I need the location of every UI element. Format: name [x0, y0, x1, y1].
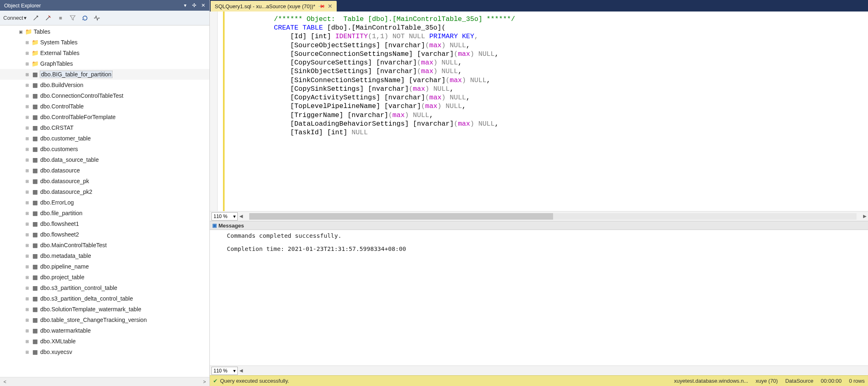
expander-icon[interactable]: ⊞ [25, 168, 30, 173]
tree-table-label[interactable]: dbo.s3_partition_control_table [40, 285, 117, 291]
expander-icon[interactable]: ⊞ [25, 222, 30, 226]
tree-folder-label[interactable]: External Tables [40, 50, 79, 56]
expander-icon[interactable]: ⊞ [25, 264, 30, 269]
msg-hscroll-left-icon[interactable]: ◀ [239, 368, 243, 373]
table-icon: ▦ [31, 114, 39, 120]
messages-output[interactable]: Commands completed successfully. Complet… [210, 230, 868, 365]
close-icon[interactable]: ✕ [199, 1, 208, 10]
object-explorer-tree[interactable]: ▣📁Tables⊞📁System Tables⊞📁External Tables… [0, 25, 209, 377]
object-explorer-title: Object Explorer [4, 2, 181, 9]
tab-close-icon[interactable]: ✕ [328, 3, 333, 9]
expander-icon[interactable]: ⊞ [25, 115, 30, 119]
expander-icon[interactable]: ⊞ [25, 200, 30, 205]
expander-icon[interactable]: ⊞ [25, 307, 30, 312]
document-tab[interactable]: SQLQuery1.sql - xu...aSource (xuye (70))… [211, 1, 337, 11]
table-icon: ▦ [31, 103, 39, 110]
tree-table-label[interactable]: dbo.flowsheet2 [40, 231, 79, 238]
expander-icon[interactable]: ⊞ [25, 329, 30, 333]
expander-icon[interactable]: ⊞ [25, 158, 30, 162]
expander-icon[interactable]: ⊞ [25, 211, 30, 216]
expander-icon[interactable]: ⊞ [25, 40, 30, 45]
sql-editor[interactable]: /****** Object: Table [dbo].[MainControl… [210, 11, 868, 211]
pin-icon[interactable]: ✣ [190, 1, 199, 10]
tree-table-label[interactable]: dbo.customer_table [40, 135, 91, 142]
tree-table-label[interactable]: dbo.MainControlTableTest [40, 242, 107, 248]
tree-table-label[interactable]: dbo.flowsheet1 [40, 221, 79, 227]
expander-icon[interactable]: ▣ [19, 30, 24, 34]
expander-icon[interactable]: ⊞ [25, 232, 30, 237]
expander-icon[interactable]: ⊞ [25, 243, 30, 248]
filter-icon[interactable] [68, 13, 78, 23]
expander-icon[interactable]: ⊞ [25, 136, 30, 141]
tree-table-label[interactable]: dbo.file_partition [40, 210, 83, 216]
tab-pin-icon[interactable]: 📌 [317, 2, 325, 10]
expander-icon[interactable]: ⊞ [25, 62, 30, 66]
tree-table-label[interactable]: dbo.CRSTAT [40, 124, 73, 131]
refresh-icon[interactable] [80, 13, 90, 23]
editor-zoom-value: 110 % [214, 214, 227, 219]
object-explorer-hscroll[interactable]: < > [0, 377, 209, 386]
tree-table-label[interactable]: dbo.project_table [40, 274, 84, 280]
editor-hscroll[interactable] [249, 213, 857, 220]
scroll-left-icon[interactable]: < [2, 379, 8, 385]
tree-table-label[interactable]: dbo.customers [40, 146, 78, 152]
table-icon: ▦ [31, 178, 39, 184]
window-dropdown-icon[interactable]: ▾ [181, 1, 190, 10]
expander-icon[interactable]: ⊞ [25, 339, 30, 344]
hscroll-left-icon[interactable]: ◀ [239, 214, 243, 219]
tree-root-label[interactable]: Tables [34, 28, 50, 35]
expander-icon[interactable]: ⊞ [25, 275, 30, 280]
expander-icon[interactable]: ⊞ [25, 83, 30, 87]
messages-tab[interactable]: ▣ Messages [210, 221, 868, 230]
expander-icon[interactable]: ⊞ [25, 72, 30, 77]
tree-table-label[interactable]: dbo.XMLtable [40, 338, 76, 345]
table-icon: ▦ [31, 349, 39, 355]
tree-table-label[interactable]: dbo.data_source_table [40, 156, 99, 163]
hscroll-right-icon[interactable]: ▶ [863, 214, 866, 219]
tree-table-label[interactable]: dbo.SolutionTemplate_watermark_table [40, 306, 141, 312]
expander-icon[interactable]: ⊞ [25, 254, 30, 258]
expander-icon[interactable]: ⊞ [25, 147, 30, 152]
tree-table-label[interactable]: dbo.ControlTableForTemplate [40, 114, 116, 120]
tree-table-label[interactable]: dbo.pipeline_name [40, 263, 89, 270]
object-explorer-panel: Object Explorer ▾ ✣ ✕ Connect▾ ■ ▣📁Table… [0, 0, 210, 386]
tree-table-label[interactable]: dbo.metadata_table [40, 253, 91, 259]
expander-icon[interactable]: ⊞ [25, 296, 30, 301]
tree-table-label[interactable]: dbo.watermarktable [40, 327, 91, 334]
status-elapsed: 00:00:00 [821, 378, 842, 384]
tree-table-label[interactable]: dbo.BuildVersion [40, 82, 83, 88]
tree-table-label[interactable]: dbo.s3_partition_delta_control_table [40, 295, 133, 302]
tree-table-label[interactable]: dbo.datasource_pk [40, 178, 89, 184]
disconnect-icon[interactable] [43, 13, 53, 23]
activity-icon[interactable] [92, 13, 102, 23]
status-user: xuye (70) [755, 378, 778, 384]
tree-folder-label[interactable]: GraphTables [40, 60, 73, 67]
tree-folder-label[interactable]: System Tables [40, 39, 78, 46]
status-server: xuyetest.database.windows.n... [674, 378, 749, 384]
expander-icon[interactable]: ⊞ [25, 51, 30, 55]
expander-icon[interactable]: ⊞ [25, 286, 30, 290]
expander-icon[interactable]: ⊞ [25, 190, 30, 194]
tree-table-label[interactable]: dbo.ControlTable [40, 103, 84, 110]
expander-icon[interactable]: ⊞ [25, 104, 30, 109]
stop-icon[interactable]: ■ [55, 13, 65, 23]
expander-icon[interactable]: ⊞ [25, 179, 30, 184]
messages-zoom-combo[interactable]: 110 %▾ [211, 367, 238, 375]
expander-icon[interactable]: ⊞ [25, 94, 30, 98]
tree-table-label[interactable]: dbo.BIG_table_for_partition [40, 71, 112, 78]
code-content[interactable]: /****** Object: Table [dbo].[MainControl… [225, 11, 868, 211]
connect-button[interactable]: Connect▾ [2, 14, 28, 22]
tree-table-label[interactable]: dbo.xuyecsv [40, 349, 72, 355]
tree-table-label[interactable]: dbo.datasource [40, 167, 80, 174]
tree-table-label[interactable]: dbo.table_store_ChangeTracking_version [40, 317, 147, 323]
editor-zoom-combo[interactable]: 110 %▾ [211, 212, 238, 221]
tree-table-label[interactable]: dbo.datasource_pk2 [40, 188, 92, 195]
table-icon: ▦ [31, 306, 39, 312]
expander-icon[interactable]: ⊞ [25, 318, 30, 322]
tree-table-label[interactable]: dbo.ErrorLog [40, 199, 74, 206]
expander-icon[interactable]: ⊞ [25, 350, 30, 354]
connect-object-icon[interactable] [31, 13, 41, 23]
tree-table-label[interactable]: dbo.ConnectionControlTableTest [40, 92, 123, 99]
scroll-right-icon[interactable]: > [201, 379, 208, 385]
expander-icon[interactable]: ⊞ [25, 126, 30, 130]
